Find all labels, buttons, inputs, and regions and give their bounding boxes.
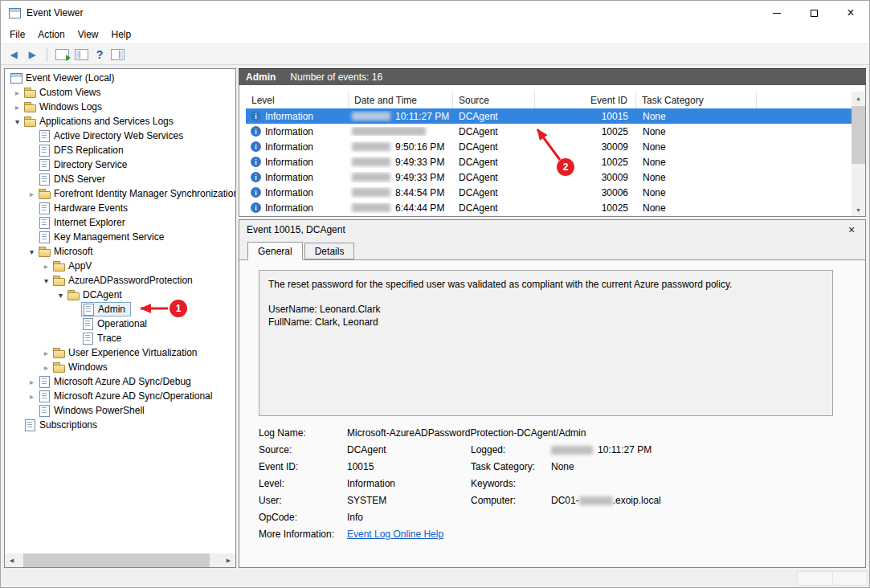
scroll-up-icon[interactable]: ▲ <box>852 92 865 104</box>
event-row[interactable]: Information DCAgent 10025 None <box>246 124 852 139</box>
event-task-category: None <box>636 172 757 183</box>
column-header-task-category[interactable]: Task Category <box>636 92 757 108</box>
tree-item-hardware-events[interactable]: Hardware Events <box>5 201 235 215</box>
chevron-right-icon[interactable] <box>40 363 52 372</box>
events-vertical-scrollbar[interactable]: ▲ ▼ <box>852 92 865 216</box>
tree-item-label: AzureADPasswordProtection <box>68 275 195 286</box>
tree-item-microsoft-azure-ad-sync-operational[interactable]: Microsoft Azure AD Sync/Operational <box>5 389 235 403</box>
opcode-value: Info <box>347 511 471 524</box>
event-level: Information <box>265 172 313 183</box>
chevron-right-icon[interactable] <box>26 392 38 401</box>
tree-item-microsoft-azure-ad-sync-debug[interactable]: Microsoft Azure AD Sync/Debug <box>5 374 235 389</box>
scrollbar-thumb[interactable] <box>852 106 865 164</box>
tree-item-windows-powershell[interactable]: Windows PowerShell <box>5 403 235 418</box>
tree-item-label: Key Management Service <box>54 231 166 243</box>
tree-item-admin[interactable]: Admin <box>5 302 235 316</box>
event-row[interactable]: Information 9:50:16 PM DCAgent 30009 Non… <box>246 139 852 154</box>
event-id: 10025 <box>535 202 636 214</box>
details-close-icon[interactable]: × <box>845 223 858 236</box>
scroll-down-icon[interactable]: ▼ <box>852 203 865 216</box>
event-time: 10:11:27 PM <box>395 111 449 122</box>
tree-item-windows-logs[interactable]: Windows Logs <box>5 100 235 114</box>
tree-item-dns-server[interactable]: DNS Server <box>5 172 235 186</box>
column-header-event-id[interactable]: Event ID <box>535 92 636 108</box>
menu-view[interactable]: View <box>71 27 105 43</box>
event-row[interactable]: Information 9:49:33 PM DCAgent 10025 Non… <box>246 154 852 169</box>
log-name-label: Log Name: <box>259 427 347 439</box>
event-task-category: None <box>636 126 757 137</box>
forward-icon[interactable]: ▶ <box>26 49 39 60</box>
chevron-right-icon[interactable] <box>40 349 52 357</box>
tree-item-dfs-replication[interactable]: DFS Replication <box>5 143 235 157</box>
console-tree-toggle-icon[interactable] <box>75 49 88 60</box>
log-icon <box>38 129 51 142</box>
menu-file[interactable]: File <box>3 27 31 43</box>
chevron-right-icon[interactable] <box>40 262 52 271</box>
tab-general[interactable]: General <box>247 242 303 260</box>
event-time: 9:50:16 PM <box>395 141 444 153</box>
close-button[interactable]: × <box>832 1 869 25</box>
tree-item-applications-and-services-logs[interactable]: Applications and Services Logs <box>5 114 235 129</box>
menu-action[interactable]: Action <box>31 27 71 43</box>
tree-item-directory-service[interactable]: Directory Service <box>5 157 235 172</box>
scroll-left-icon[interactable]: ◀ <box>5 553 18 567</box>
log-icon <box>38 173 51 186</box>
event-row[interactable]: Information 10:11:27 PM DCAgent 10015 No… <box>246 108 852 124</box>
event-row[interactable]: Information 9:49:33 PM DCAgent 30009 Non… <box>246 169 852 185</box>
chevron-right-icon[interactable] <box>26 190 38 198</box>
event-row[interactable]: Information 6:44:44 PM DCAgent 10025 Non… <box>246 200 852 215</box>
log-icon <box>82 303 95 316</box>
tree-item-trace[interactable]: Trace <box>5 331 235 345</box>
maximize-button[interactable] <box>795 1 832 25</box>
tree-item-active-directory-web-services[interactable]: Active Directory Web Services <box>5 129 235 143</box>
back-icon[interactable]: ◀ <box>7 49 20 60</box>
tree-item-event-viewer-local[interactable]: Event Viewer (Local) <box>5 71 235 85</box>
minimize-icon <box>773 13 781 14</box>
chevron-down-icon[interactable] <box>40 276 52 285</box>
tree-item-label: Active Directory Web Services <box>54 130 186 141</box>
scrollbar-track[interactable] <box>18 553 222 567</box>
scrollbar-thumb[interactable] <box>23 553 210 567</box>
event-description: The reset password for the specified use… <box>268 278 823 291</box>
event-id: 30006 <box>535 187 636 198</box>
menu-help[interactable]: Help <box>105 27 138 43</box>
tree-item-azureadpasswordprotection[interactable]: AzureADPasswordProtection <box>5 273 235 288</box>
action-pane-toggle-icon[interactable] <box>111 49 125 60</box>
event-level: Information <box>265 187 313 198</box>
redacted-date <box>352 112 390 120</box>
event-source: DCAgent <box>453 157 535 168</box>
column-header-level[interactable]: Level <box>246 92 349 108</box>
tree-item-key-management-service[interactable]: Key Management Service <box>5 230 235 244</box>
tree-item-custom-views[interactable]: Custom Views <box>5 85 235 100</box>
column-header-date-time[interactable]: Date and Time <box>349 92 453 108</box>
opcode-label: OpCode: <box>259 511 347 524</box>
event-row[interactable]: Information 8:44:54 PM DCAgent 30006 Non… <box>246 185 852 200</box>
tree-item-dcagent[interactable]: DCAgent <box>5 288 235 302</box>
tree-item-appv[interactable]: AppV <box>5 259 235 273</box>
help-icon[interactable]: ? <box>94 48 105 61</box>
chevron-down-icon[interactable] <box>55 291 67 300</box>
export-log-icon[interactable] <box>55 49 69 60</box>
column-header-source[interactable]: Source <box>453 92 535 108</box>
event-log-online-help-link[interactable]: Event Log Online Help <box>347 529 443 540</box>
log-icon <box>38 216 51 229</box>
task-category-value: None <box>551 460 833 473</box>
tree-item-user-experience-virtualization[interactable]: User Experience Virtualization <box>5 345 235 360</box>
minimize-button[interactable] <box>758 1 795 25</box>
tree-item-forefront-identity-manager-synchronization[interactable]: Forefront Identity Manager Synchronizati… <box>5 186 235 201</box>
redacted-date <box>352 157 390 166</box>
chevron-down-icon[interactable] <box>11 117 23 126</box>
events-count: Number of events: 16 <box>290 71 382 83</box>
chevron-right-icon[interactable] <box>26 378 38 386</box>
tree-item-windows[interactable]: Windows <box>5 360 235 374</box>
tree-item-internet-explorer[interactable]: Internet Explorer <box>5 215 235 230</box>
tab-details[interactable]: Details <box>304 243 355 259</box>
scroll-right-icon[interactable]: ▶ <box>222 553 235 567</box>
tree-item-microsoft[interactable]: Microsoft <box>5 244 235 259</box>
chevron-right-icon[interactable] <box>11 103 23 112</box>
chevron-right-icon[interactable] <box>11 88 23 97</box>
chevron-down-icon[interactable] <box>26 247 38 256</box>
tree-horizontal-scrollbar[interactable]: ◀ ▶ <box>5 553 235 567</box>
tree-item-operational[interactable]: Operational <box>5 316 235 331</box>
tree-item-subscriptions[interactable]: Subscriptions <box>5 418 235 432</box>
